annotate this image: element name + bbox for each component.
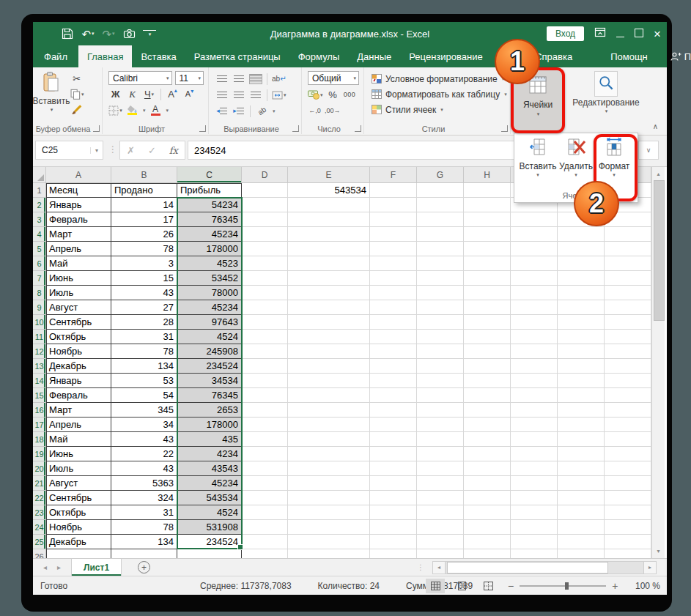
cell-G20[interactable] [417, 461, 464, 476]
cell-D16[interactable] [242, 403, 288, 418]
cell-G11[interactable] [417, 330, 464, 344]
cell-K11[interactable] [605, 330, 651, 344]
cell-B25[interactable]: 134 [111, 535, 177, 549]
cell-B17[interactable]: 34 [111, 418, 177, 432]
column-header-H[interactable]: H [464, 167, 511, 183]
cell-D26[interactable] [242, 549, 288, 558]
sheet-nav-right-icon[interactable]: ▸ [57, 563, 61, 571]
insert-function-icon[interactable]: fx [169, 145, 178, 156]
cell-K14[interactable] [605, 374, 651, 388]
cell-C26[interactable] [177, 549, 242, 558]
merge-center-icon[interactable]: ▾ [272, 88, 287, 102]
cell-F19[interactable] [370, 447, 417, 461]
tab-review[interactable]: Рецензирование [400, 45, 491, 67]
cell-J4[interactable] [558, 227, 605, 242]
cell-B3[interactable]: 17 [111, 212, 177, 227]
cell-E23[interactable] [288, 505, 370, 520]
cell-H26[interactable] [464, 549, 511, 558]
cell-C2[interactable]: 54234 [177, 198, 242, 212]
cell-H9[interactable] [464, 300, 511, 315]
cell-H19[interactable] [464, 447, 511, 461]
page-break-view-icon[interactable] [478, 579, 498, 593]
row-header-14[interactable]: 14 [33, 374, 46, 388]
cell-H11[interactable] [464, 330, 511, 344]
cell-G9[interactable] [417, 300, 464, 315]
row-header-26[interactable]: 26 [33, 549, 46, 558]
decrease-decimal-icon[interactable]: ,00→ [325, 104, 341, 118]
fill-color-icon[interactable] [125, 103, 139, 117]
cell-E18[interactable] [288, 432, 370, 447]
cell-J17[interactable] [558, 418, 605, 432]
cell-A3[interactable]: Февраль [46, 212, 111, 227]
cell-A13[interactable]: Декабрь [46, 359, 111, 374]
cell-styles-button[interactable]: Стили ячеек▾ [372, 103, 510, 116]
cell-C14[interactable]: 34534 [177, 374, 242, 388]
cell-F16[interactable] [370, 403, 417, 418]
cell-G23[interactable] [417, 505, 464, 520]
formula-bar-splitter[interactable]: ⋮ [108, 144, 117, 155]
cell-A16[interactable]: Март [46, 403, 111, 418]
cell-I5[interactable] [511, 242, 558, 256]
column-header-C[interactable]: C [177, 167, 242, 183]
cell-D3[interactable] [242, 212, 288, 227]
cell-I16[interactable] [511, 403, 558, 418]
cell-F4[interactable] [370, 227, 417, 242]
align-center-icon[interactable] [232, 88, 245, 102]
row-header-5[interactable]: 5 [33, 242, 46, 256]
row-header-25[interactable]: 25 [33, 535, 46, 549]
zoom-in-icon[interactable]: + [612, 580, 618, 592]
scroll-left-icon[interactable]: ◂ [432, 561, 446, 574]
cell-I24[interactable] [511, 520, 558, 535]
cell-D5[interactable] [242, 242, 288, 256]
cell-C16[interactable]: 2653 [177, 403, 242, 418]
cell-A8[interactable]: Июль [46, 286, 111, 300]
cell-C24[interactable]: 531908 [177, 520, 242, 535]
cell-G26[interactable] [417, 549, 464, 558]
column-header-D[interactable]: D [242, 167, 288, 183]
cell-F15[interactable] [370, 388, 417, 403]
cell-E6[interactable] [288, 256, 370, 271]
cell-G21[interactable] [417, 476, 464, 491]
cell-J24[interactable] [558, 520, 605, 535]
row-header-8[interactable]: 8 [33, 286, 46, 300]
redo-icon[interactable]: ↷▾ [102, 27, 115, 40]
cell-D25[interactable] [242, 535, 288, 549]
cell-F6[interactable] [370, 256, 417, 271]
menu-delete-button[interactable]: Удалить ▾ [557, 136, 595, 178]
tab-home[interactable]: Главная [78, 45, 132, 67]
cell-B15[interactable]: 54 [111, 388, 177, 403]
cell-H15[interactable] [464, 388, 511, 403]
row-header-19[interactable]: 19 [33, 447, 46, 461]
cell-J22[interactable] [558, 491, 605, 505]
cell-F18[interactable] [370, 432, 417, 447]
ribbon-display-options-icon[interactable] [594, 27, 606, 40]
cell-B2[interactable]: 14 [111, 198, 177, 212]
grow-font-button[interactable]: А▴ [166, 87, 180, 101]
cell-B18[interactable]: 43 [111, 432, 177, 447]
cell-E15[interactable] [288, 388, 370, 403]
cell-G6[interactable] [417, 256, 464, 271]
increase-decimal-icon[interactable]: ←,0 [308, 104, 322, 118]
cell-A19[interactable]: Июнь [46, 447, 111, 461]
cell-E25[interactable] [288, 535, 370, 549]
cell-F17[interactable] [370, 418, 417, 432]
cell-G4[interactable] [417, 227, 464, 242]
cell-C19[interactable]: 4234 [177, 447, 242, 461]
cell-F20[interactable] [370, 461, 417, 476]
cell-B26[interactable] [111, 549, 177, 558]
cell-B1[interactable]: Продано [111, 183, 177, 198]
cell-C25[interactable]: 234524 [177, 535, 242, 549]
cell-E13[interactable] [288, 359, 370, 374]
cell-G2[interactable] [417, 198, 464, 212]
cell-E12[interactable] [288, 344, 370, 359]
cell-K8[interactable] [605, 286, 651, 300]
cell-K22[interactable] [605, 491, 651, 505]
cell-E22[interactable] [288, 491, 370, 505]
cell-K10[interactable] [605, 315, 651, 330]
cell-A23[interactable]: Октябрь [46, 505, 111, 520]
cell-G19[interactable] [417, 447, 464, 461]
cell-A6[interactable]: Май [46, 256, 111, 271]
cell-I19[interactable] [511, 447, 558, 461]
cell-I10[interactable] [511, 315, 558, 330]
cell-D10[interactable] [242, 315, 288, 330]
